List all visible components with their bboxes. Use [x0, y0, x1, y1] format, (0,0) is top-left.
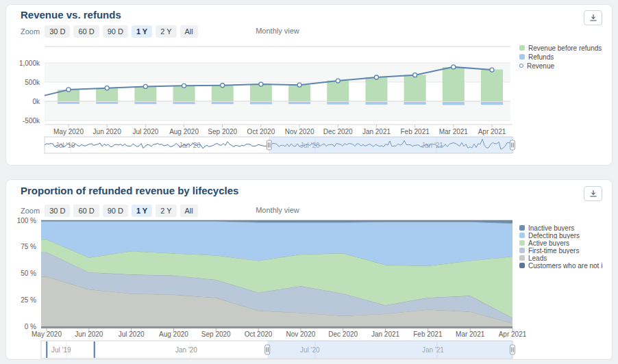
- y-axis-label: 25 %: [21, 296, 36, 304]
- download-button[interactable]: [584, 186, 602, 201]
- zoom-button-90d[interactable]: 90 D: [103, 25, 128, 38]
- download-icon: [589, 190, 597, 198]
- zoom-button-2y[interactable]: 2 Y: [156, 25, 176, 38]
- zoom-button-60d[interactable]: 60 D: [73, 25, 99, 38]
- zoom-button-all[interactable]: All: [180, 25, 198, 38]
- legend-swatch: [519, 64, 523, 68]
- lifecycle-navigator[interactable]: Jul '19Jan '20Jul '20Jan '21: [41, 341, 515, 359]
- legend-item-revenue[interactable]: Revenue: [519, 62, 603, 70]
- x-axis-label: Dec 2020: [328, 330, 358, 338]
- legend-swatch: [519, 240, 525, 246]
- zoom-label: Zoom: [21, 207, 40, 215]
- x-axis-label: Nov 2020: [286, 330, 316, 338]
- lifecycle-stacked-areas: [41, 220, 512, 326]
- zoom-button-1y[interactable]: 1 Y: [132, 25, 152, 38]
- navigator-selected-range[interactable]: [267, 341, 512, 359]
- x-axis-label: Feb 2021: [413, 330, 443, 338]
- zoom-button-30d[interactable]: 30 D: [45, 25, 70, 38]
- navigator-handle-left[interactable]: [265, 345, 270, 354]
- y-axis-label: 50 %: [21, 270, 36, 277]
- lifecycle-zoom-controls: Zoom 30 D 60 D 90 D 1 Y 2 Y All: [21, 205, 198, 217]
- zoom-button-90d[interactable]: 90 D: [103, 205, 128, 217]
- legend-swatch: [519, 233, 525, 238]
- x-axis-label: Jun 2020: [75, 330, 103, 338]
- legend-swatch: [519, 54, 525, 60]
- monthly-view-label: Monthly view: [256, 206, 299, 214]
- x-axis-label: Apr 2021: [499, 330, 527, 338]
- legend-swatch: [519, 263, 525, 268]
- lifecycle-panel-title: Proportion of refunded revenue by lifecy…: [21, 185, 238, 196]
- y-axis-label: 100 %: [17, 217, 36, 224]
- legend-item-active-buyers[interactable]: Active buyers: [519, 239, 603, 246]
- revenue-panel-title: Revenue vs. refunds: [21, 9, 121, 21]
- zoom-button-60d[interactable]: 60 D: [73, 205, 99, 217]
- legend-item-leads[interactable]: Leads: [519, 255, 603, 261]
- legend-item-customers-not-identified[interactable]: Customers who are not identified: [519, 262, 603, 269]
- navigator-axis-label: Jan '20: [175, 346, 197, 354]
- revenue-chart-legend: Revenue before refunds Refunds Revenue: [519, 44, 603, 70]
- legend-swatch: [519, 248, 525, 253]
- zoom-button-2y[interactable]: 2 Y: [156, 205, 176, 217]
- legend-swatch: [519, 225, 525, 231]
- zoom-button-30d[interactable]: 30 D: [45, 205, 70, 217]
- legend-swatch: [519, 45, 525, 51]
- lifecycle-chart-legend: Inactive buyers Defecting buyers Active …: [519, 224, 603, 270]
- x-axis-label: Sep 2020: [201, 330, 231, 338]
- zoom-button-1y[interactable]: 1 Y: [132, 205, 152, 217]
- download-button[interactable]: [584, 10, 602, 25]
- x-axis-label: Oct 2020: [245, 330, 273, 338]
- zoom-label: Zoom: [21, 27, 40, 36]
- x-axis-label: Aug 2020: [159, 330, 188, 338]
- legend-item-first-time-buyers[interactable]: First-time buyers: [519, 247, 603, 254]
- y-axis-label: 0 %: [25, 323, 36, 330]
- navigator-handle-right[interactable]: [510, 345, 515, 354]
- legend-item-refunds[interactable]: Refunds: [519, 53, 603, 61]
- legend-item-inactive-buyers[interactable]: Inactive buyers: [519, 224, 603, 231]
- x-axis-label: May 2020: [32, 330, 62, 338]
- navigator-axis-label: Jul '19: [51, 346, 71, 354]
- monthly-view-label: Monthly view: [256, 27, 299, 35]
- x-axis-label: Jul 2020: [119, 330, 145, 338]
- legend-item-revenue-before-refunds[interactable]: Revenue before refunds: [519, 44, 603, 52]
- legend-swatch: [519, 255, 525, 261]
- x-axis-label: Jan 2021: [371, 330, 400, 338]
- download-icon: [589, 14, 597, 22]
- analytics-dashboard: { "page_background": "#eef0f2", "zoom_co…: [0, 0, 618, 364]
- revenue-zoom-controls: Zoom 30 D 60 D 90 D 1 Y 2 Y All: [21, 25, 198, 38]
- zoom-button-all[interactable]: All: [180, 205, 198, 217]
- x-axis-label: Mar 2021: [456, 330, 485, 338]
- y-axis-label: 75 %: [21, 243, 36, 250]
- legend-item-defecting-buyers[interactable]: Defecting buyers: [519, 232, 603, 239]
